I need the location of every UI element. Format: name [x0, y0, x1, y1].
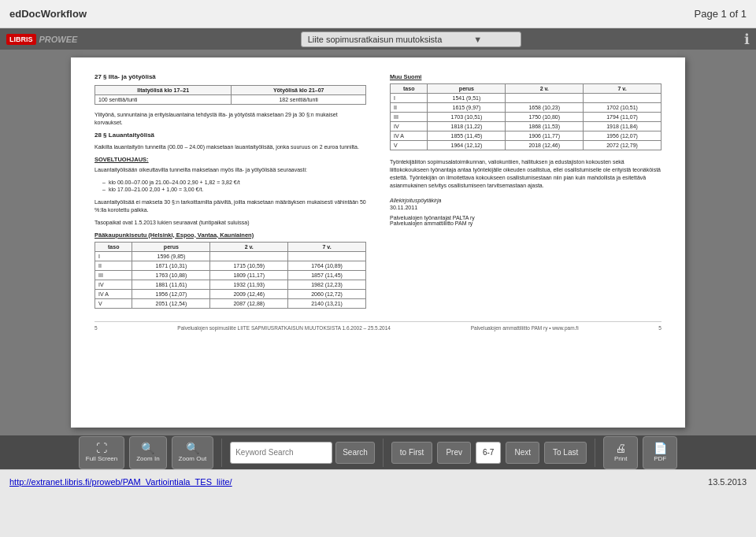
to-last-button[interactable]: To Last: [544, 442, 587, 464]
table-row: II1615 (9,97)1658 (10,23)1702 (10,51): [391, 103, 662, 113]
logo-box: LIBRIS: [6, 34, 36, 45]
para3: Tasopaikat ovat 1.5.2013 lukien seuraava…: [94, 219, 366, 227]
top-bar: edDocWorkflow Page 1 of 1: [0, 0, 756, 28]
table-cell: IV: [95, 280, 132, 289]
table-row: IV A1956 (12,07)2009 (12,46)2060 (12,72): [95, 289, 366, 298]
app-title: edDocWorkflow: [9, 8, 87, 20]
table-cell: 2060 (12,72): [288, 289, 366, 298]
table-cell: 1703 (10,51): [428, 113, 506, 122]
table-cell: IV A: [95, 289, 132, 298]
table-row: V2051 (12,54)2087 (12,88)2140 (13,21): [95, 298, 366, 308]
table1-header-col1: Iltatyölisä klo 17–21: [95, 86, 232, 95]
table-cell: 1596 (9,85): [132, 251, 210, 261]
zoom-in-label: Zoom In: [136, 455, 159, 462]
table2-title: Pääkaupunkiseutu (Helsinki, Espoo, Vanta…: [94, 231, 366, 239]
right-table: taso perus 2 v. 7 v. I1541 (9,51)II1615 …: [390, 83, 662, 150]
dropdown-bar[interactable]: Liite sopimusratkaisun muutoksista ▼: [301, 31, 521, 47]
list-item: klo 17.00–21.00 2,00 + 1,00 = 3,00 €/t.: [102, 186, 366, 194]
table-cell: 1818 (11,22): [428, 122, 506, 131]
table-cell: IV: [391, 122, 428, 131]
right-table-title: Muu Suomi: [390, 73, 662, 80]
sig-date: 30.11.2011: [390, 205, 662, 210]
zoom-in-button[interactable]: 🔍 Zoom In: [129, 436, 166, 469]
print-label: Print: [614, 455, 627, 462]
t2-h3: 7 v.: [288, 242, 366, 251]
table-cell: V: [391, 141, 428, 150]
footer-date: 13.5.2013: [708, 477, 747, 487]
table-cell: 2018 (12,46): [506, 141, 584, 150]
sig-line1: Palvelualojen työnantajat PALTA ry: [390, 215, 662, 220]
sig-line2: Palvelualojen ammattiliitto PAM ry: [390, 220, 662, 226]
para2: Lauantaityölisää ei makseta 30 §:n tarko…: [94, 198, 366, 214]
table-cell: 1932 (11,93): [210, 280, 288, 289]
table1: Iltatyölisä klo 17–21 Yötyölisä klo 21–0…: [94, 85, 366, 105]
print-button[interactable]: 🖨 Print: [603, 436, 638, 469]
viewer-header: LIBRIS PROWEE Liite sopimusratkaisun muu…: [0, 28, 756, 50]
page-info: Page 1 of 1: [695, 8, 747, 20]
table-cell: 1763 (10,88): [132, 270, 210, 280]
table-cell: 1855 (11,45): [428, 131, 506, 141]
table-cell: 2140 (13,21): [288, 298, 366, 308]
table-cell: 1658 (10,23): [506, 103, 584, 113]
separator3: [595, 439, 595, 467]
full-screen-icon: ⛶: [96, 443, 107, 454]
table-cell: II: [95, 261, 132, 270]
footer-right-text: Palvelualojen ammattiliitto PAM ry • www…: [471, 325, 579, 331]
table1-header-col2: Yötyölisä klo 21–07: [232, 86, 366, 95]
separator2: [383, 439, 384, 467]
separator1: [221, 439, 222, 467]
footer-center-text: Palvelualojen sopimusliite LIITE SAPMIUS…: [177, 325, 391, 331]
table-cell: 1857 (11,45): [288, 270, 366, 280]
table-cell: V: [95, 298, 132, 308]
table-cell: 1956 (12,07): [584, 131, 662, 141]
table-cell: 1906 (11,77): [506, 131, 584, 141]
t2-h2: 2 v.: [210, 242, 288, 251]
doc-footer: 5 Palvelualojen sopimusliite LIITE SAPMI…: [94, 321, 662, 331]
rt-h2: 2 v.: [506, 84, 584, 94]
rt-h1: perus: [428, 84, 506, 94]
table-cell: 1715 (10,59): [210, 261, 288, 270]
table2: taso perus 2 v. 7 v. I1596 (9,85)II1671 …: [94, 242, 366, 309]
sovel-subtitle: SOVELTUOHJAUS:: [94, 156, 366, 163]
table-cell: 2087 (12,88): [210, 298, 288, 308]
table-row: IV A1855 (11,45)1906 (11,77)1956 (12,07): [391, 131, 662, 141]
table-cell: [506, 94, 584, 103]
toolbar: ⛶ Full Screen 🔍 Zoom In 🔍 Zoom Out Searc…: [0, 435, 756, 469]
table-cell: III: [391, 113, 428, 122]
table-cell: 2051 (12,54): [132, 298, 210, 308]
search-button[interactable]: Search: [335, 442, 375, 464]
table1-cell-r1c2: 182 senttiä/tunti: [232, 95, 366, 105]
para1: Ylityönä, sunnuntaina ja erityislauantai…: [94, 111, 366, 127]
table-row: 100 senttiä/tunti 182 senttiä/tunti: [95, 95, 366, 105]
full-screen-button[interactable]: ⛶ Full Screen: [79, 436, 124, 469]
zoom-out-icon: 🔍: [186, 443, 199, 454]
table-cell: I: [95, 251, 132, 261]
table-cell: 1868 (11,53): [506, 122, 584, 131]
table-cell: [210, 251, 288, 261]
table-cell: 1881 (11,61): [132, 280, 210, 289]
t2-h0: taso: [95, 242, 132, 251]
viewer-header-center: Liite sopimusratkaisun muutoksista ▼: [77, 31, 744, 47]
table-row: I1596 (9,85): [95, 251, 366, 261]
to-first-button[interactable]: to First: [391, 442, 433, 464]
search-group: Search: [230, 442, 375, 464]
signature-title: Allekirjoituspöytäkirja: [390, 198, 662, 203]
t2-h1: perus: [132, 242, 210, 251]
table-row: II1671 (10,31)1715 (10,59)1764 (10,89): [95, 261, 366, 270]
pdf-button[interactable]: 📄 PDF: [643, 436, 677, 469]
table-cell: [288, 251, 366, 261]
info-icon[interactable]: ℹ: [744, 31, 750, 48]
prev-button[interactable]: Prev: [437, 442, 471, 464]
search-input[interactable]: [230, 442, 332, 464]
table-cell: 2009 (12,46): [210, 289, 288, 298]
table-cell: 1671 (10,31): [132, 261, 210, 270]
footer-url[interactable]: http://extranet.libris.fi/proweb/PAM_Var…: [9, 477, 232, 487]
zoom-out-button[interactable]: 🔍 Zoom Out: [172, 436, 214, 469]
pdf-icon: 📄: [654, 443, 667, 454]
footer-left-page: 5: [94, 325, 98, 331]
table-cell: 1702 (10,51): [584, 103, 662, 113]
chevron-down-icon: ▼: [473, 35, 482, 44]
viewer-container: LIBRIS PROWEE Liite sopimusratkaisun muu…: [0, 28, 756, 469]
next-button[interactable]: Next: [506, 442, 539, 464]
full-screen-label: Full Screen: [86, 455, 117, 462]
